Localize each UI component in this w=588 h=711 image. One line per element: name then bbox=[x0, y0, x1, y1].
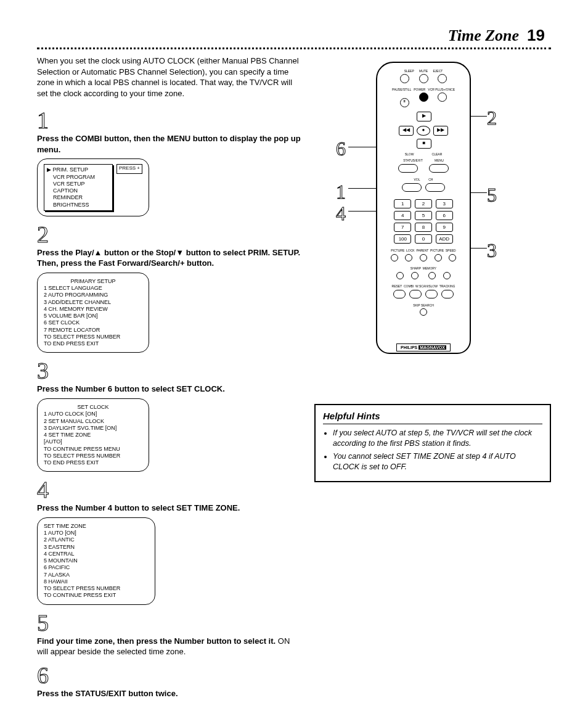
key-0: 0 bbox=[415, 234, 432, 244]
hints-title: Helpful Hints bbox=[323, 410, 542, 424]
lbl: PICTURE bbox=[430, 249, 444, 252]
step-3-number: 3 bbox=[37, 359, 49, 382]
lbl: PICTURE bbox=[391, 249, 404, 252]
lbl: W.SCAN/SLOW bbox=[415, 284, 438, 288]
sharp-button bbox=[396, 272, 404, 279]
key-add: ADD bbox=[436, 234, 453, 244]
osd-line: CAPTION bbox=[47, 187, 110, 194]
page-title: Time Zone 19 bbox=[37, 25, 551, 46]
key-9: 9 bbox=[436, 223, 453, 232]
osd-line: 3 DAYLIGHT SVG.TIME [ON] bbox=[44, 425, 142, 432]
lbl-row: VOL CH bbox=[377, 178, 470, 182]
t: Press the STATUS/EXIT button twice. bbox=[37, 689, 178, 698]
t: button, then the bbox=[102, 134, 167, 143]
osd-line: ▶ PRIM. SETUP bbox=[47, 166, 110, 173]
osd-menu-list: ▶ PRIM. SETUP VCR PROGRAM VCR SETUP CAPT… bbox=[44, 164, 113, 211]
step-4-text: Press the Number 4 button to select SET … bbox=[37, 503, 302, 514]
tracking-button bbox=[441, 290, 454, 298]
lbl-row: PAUSE/STILL POWER VCR PLUS+/ONCE bbox=[377, 88, 470, 92]
skip-search-button bbox=[420, 308, 427, 316]
t: Find your time zone, then press the Numb… bbox=[37, 636, 276, 646]
osd-set-clock: SET CLOCK 1 AUTO CLOCK [ON] 2 SET MANUAL… bbox=[37, 398, 149, 472]
t: Press the Play/▲ button or the Stop/▼ bu… bbox=[37, 248, 300, 268]
lbl: SHARP bbox=[410, 266, 421, 270]
rec-button: ● bbox=[417, 126, 430, 136]
lbl: MEMORY bbox=[423, 266, 436, 270]
parent-button bbox=[420, 254, 427, 261]
step-1-number: 1 bbox=[37, 109, 49, 132]
step-3-text: Press the Number 6 button to select SET … bbox=[37, 384, 302, 395]
brand-1: PHILIPS bbox=[401, 345, 417, 350]
step-1-text: Press the COMBI button, then the MENU bu… bbox=[37, 133, 302, 155]
key-4: 4 bbox=[394, 211, 411, 220]
lead-1 bbox=[348, 188, 376, 189]
lbl-row: SLEEP MUTE EJECT bbox=[377, 69, 470, 73]
osd-line: 1 SELECT LANGUAGE bbox=[44, 285, 142, 292]
t: Press the bbox=[37, 134, 75, 143]
osd-line: 3 EASTERN bbox=[44, 544, 149, 551]
osd-line: 7 REMOTE LOCATOR bbox=[44, 327, 142, 334]
brand-logo: PHILIPS MAGNAVOX bbox=[396, 343, 451, 351]
osd-line: BRIGHTNESS bbox=[47, 202, 110, 208]
osd-foot: TO SELECT PRESS NUMBER bbox=[44, 334, 142, 340]
ffwd-button: ▶▶ bbox=[433, 126, 448, 136]
mute-button bbox=[419, 74, 428, 83]
osd-line: 6 PACIFIC bbox=[44, 564, 149, 571]
osd-line: 4 CH. MEMORY REVIEW bbox=[44, 306, 142, 313]
page-number: 19 bbox=[527, 26, 545, 44]
picture2-button bbox=[435, 254, 442, 261]
osd-head: PRIMARY SETUP bbox=[44, 278, 142, 285]
t: MENU bbox=[167, 134, 190, 143]
key-2: 2 bbox=[415, 199, 432, 208]
lbl: MENU bbox=[435, 158, 444, 162]
osd-line: 4 CENTRAL bbox=[44, 551, 149, 557]
t: Press the Number 4 button to select SET … bbox=[37, 503, 240, 512]
memory-button bbox=[411, 272, 419, 279]
key-100: 100 bbox=[394, 234, 411, 244]
lbl: PAUSE/STILL bbox=[392, 88, 411, 91]
picture-button bbox=[391, 254, 398, 261]
lbl: MUTE bbox=[419, 69, 428, 73]
direction-pad: ▶ ■ ◀◀ ▶▶ ● bbox=[399, 112, 448, 149]
step-2-text: Press the Play/▲ button or the Stop/▼ bu… bbox=[37, 247, 302, 269]
vcrplus-button bbox=[438, 92, 447, 102]
key-3: 3 bbox=[436, 199, 453, 208]
lbl-row: SHARP MEMORY bbox=[377, 266, 470, 271]
osd-line: 2 AUTO PROGRAMMING bbox=[44, 292, 142, 298]
osd-line: VCR SETUP bbox=[47, 181, 110, 187]
hint-2: You cannot select SET TIME ZONE at step … bbox=[333, 451, 542, 472]
lbl: SLEEP bbox=[404, 69, 414, 73]
status-exit-button bbox=[398, 164, 418, 173]
lbl: VCR PLUS+/ONCE bbox=[428, 88, 455, 91]
t: COMBI bbox=[75, 134, 102, 143]
ch-button bbox=[425, 183, 445, 192]
title-text: Time Zone bbox=[448, 27, 519, 44]
power-button bbox=[419, 92, 428, 102]
osd-foot: TO CONTINUE PRESS EXIT bbox=[44, 592, 149, 599]
lbl: SPEED bbox=[446, 249, 456, 252]
callout-5: 5 bbox=[487, 182, 497, 208]
key-7: 7 bbox=[394, 223, 411, 232]
osd-line: 6 SET CLOCK bbox=[44, 319, 142, 326]
lbl-row: PICTURE LOCK PARENT PICTURE SPEED bbox=[377, 249, 470, 253]
osd-line: 8 HAWAII bbox=[44, 578, 149, 585]
stop-down-button: ■ bbox=[417, 139, 431, 149]
osd-foot: TO END PRESS EXIT bbox=[44, 340, 142, 347]
lock-button bbox=[405, 254, 412, 261]
btn-b bbox=[443, 272, 451, 279]
step-5-number: 5 bbox=[37, 611, 49, 635]
step-5-text: Find your time zone, then press the Numb… bbox=[37, 636, 302, 657]
osd-line: VCR PROGRAM bbox=[47, 174, 110, 181]
reset-button bbox=[393, 290, 406, 298]
lbl: LOCK bbox=[406, 249, 415, 252]
lbl: SKIP SEARCH bbox=[377, 303, 470, 308]
osd-set-time-zone: SET TIME ZONE 1 AUTO [ON] 2 ATLANTIC 3 E… bbox=[37, 517, 155, 605]
menu-button bbox=[429, 164, 449, 173]
speed-button bbox=[449, 254, 456, 261]
osd-line: 3 ADD/DELETE CHANNEL bbox=[44, 299, 142, 306]
lbl: TRACKING bbox=[439, 284, 455, 288]
osd-press-box: PRESS + bbox=[116, 164, 142, 174]
lbl: RESET bbox=[392, 284, 402, 288]
intro-text: When you set the clock using AUTO CLOCK … bbox=[37, 55, 302, 99]
sleep-button bbox=[400, 74, 409, 83]
